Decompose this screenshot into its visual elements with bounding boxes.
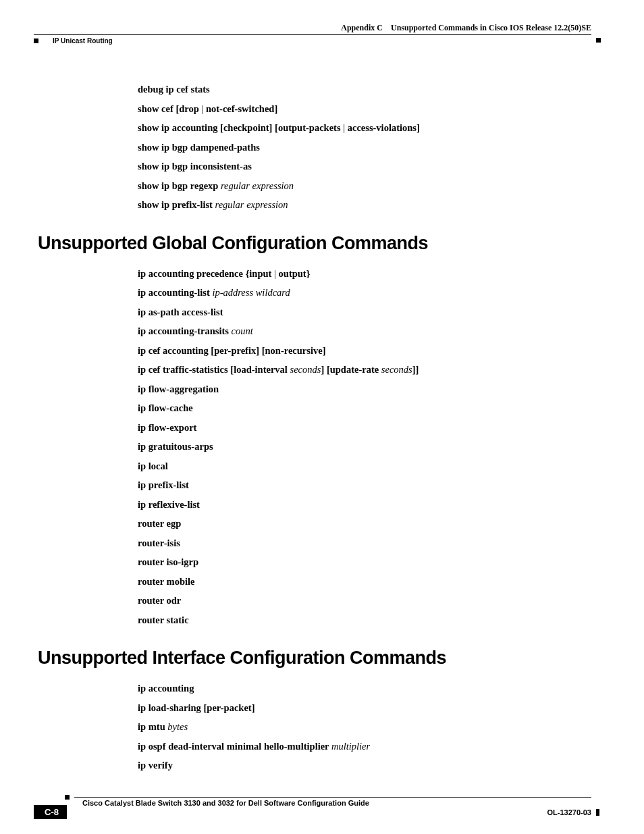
- running-header: Appendix C Unsupported Commands in Cisco…: [34, 23, 591, 38]
- command-block-3: ip accountingip load-sharing [per-packet…: [138, 683, 591, 771]
- command-line: ip cef traffic-statistics [load-interval…: [138, 365, 591, 375]
- command-line: ip accounting-list ip-address wildcard: [138, 288, 591, 298]
- command-line: ip flow-export: [138, 423, 591, 433]
- command-line: show ip bgp inconsistent-as: [138, 161, 591, 172]
- command-line: router iso-igrp: [138, 557, 591, 567]
- command-line: ip ospf dead-interval minimal hello-mult…: [138, 741, 591, 752]
- command-line: router-isis: [138, 538, 591, 548]
- page-content: debug ip cef statsshow cef [drop | not-c…: [38, 84, 591, 780]
- command-line: ip verify: [138, 760, 591, 771]
- command-line: ip prefix-list: [138, 480, 591, 490]
- command-line: show ip accounting [checkpoint] [output-…: [138, 123, 591, 133]
- heading-global-config: Unsupported Global Configuration Command…: [38, 233, 591, 254]
- command-line: ip cef accounting [per-prefix] [non-recu…: [138, 346, 591, 356]
- command-block-2: ip accounting precedence {input | output…: [138, 269, 591, 625]
- section-header: IP Unicast Routing: [34, 37, 591, 47]
- heading-interface-config: Unsupported Interface Configuration Comm…: [38, 648, 591, 669]
- command-line: show ip bgp regexp regular expression: [138, 181, 591, 191]
- command-line: ip accounting precedence {input | output…: [138, 269, 591, 279]
- command-line: ip load-sharing [per-packet]: [138, 703, 591, 713]
- command-line: ip flow-aggregation: [138, 384, 591, 394]
- doc-marker-icon: [596, 809, 599, 816]
- command-line: ip local: [138, 461, 591, 471]
- appendix-label: Appendix C: [341, 23, 383, 32]
- command-line: ip mtu bytes: [138, 722, 591, 732]
- appendix-title: Unsupported Commands in Cisco IOS Releas…: [391, 23, 591, 32]
- command-line: debug ip cef stats: [138, 84, 591, 95]
- command-line: ip as-path access-list: [138, 307, 591, 317]
- command-line: ip accounting-transits count: [138, 326, 591, 336]
- section-title: IP Unicast Routing: [34, 37, 591, 45]
- command-line: ip flow-cache: [138, 403, 591, 413]
- command-line: router mobile: [138, 577, 591, 587]
- page-footer: Cisco Catalyst Blade Switch 3130 and 303…: [34, 797, 591, 807]
- page-number: C-8: [34, 805, 67, 819]
- command-block-1: debug ip cef statsshow cef [drop | not-c…: [138, 84, 591, 210]
- footer-book-title: Cisco Catalyst Blade Switch 3130 and 303…: [74, 798, 591, 807]
- command-line: router egp: [138, 519, 591, 529]
- command-line: ip accounting: [138, 683, 591, 694]
- footer-marker-icon: [65, 795, 70, 800]
- command-line: ip reflexive-list: [138, 500, 591, 510]
- command-line: ip gratuitous-arps: [138, 442, 591, 452]
- command-line: show ip bgp dampened-paths: [138, 142, 591, 153]
- command-line: show ip prefix-list regular expression: [138, 200, 591, 210]
- command-line: show cef [drop | not-cef-switched]: [138, 104, 591, 114]
- header-marker-icon: [596, 38, 601, 43]
- command-line: router odr: [138, 596, 591, 606]
- command-line: router static: [138, 615, 591, 625]
- document-number: OL-13270-03: [547, 808, 591, 816]
- header-marker-icon: [34, 38, 38, 43]
